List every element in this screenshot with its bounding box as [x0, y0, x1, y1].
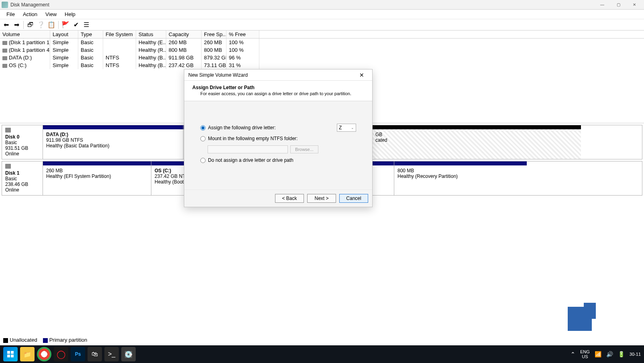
volume-row[interactable]: DATA (D:) Simple Basic NTFS Healthy (B..… — [0, 54, 644, 61]
legend-primary-swatch — [43, 338, 48, 343]
svg-rect-1 — [11, 351, 14, 354]
opt-no-assign-radio[interactable] — [200, 158, 206, 163]
battery-icon[interactable]: 🔋 — [618, 351, 625, 357]
menu-file[interactable]: File — [2, 10, 19, 18]
app-title: Disk Management — [10, 2, 594, 8]
photoshop-icon[interactable]: Ps — [71, 347, 85, 361]
legend-primary-label: Primary partition — [49, 337, 88, 343]
flag-icon[interactable]: 🚩 — [61, 20, 70, 29]
explorer-icon[interactable]: 📁 — [20, 347, 35, 361]
watermark — [568, 307, 640, 343]
legend-unallocated-label: Unallocated — [10, 337, 37, 343]
col-type[interactable]: Type — [78, 31, 103, 38]
drive-letter-combo[interactable]: Z ⌄ — [337, 124, 356, 132]
col-filesystem[interactable]: File System — [103, 31, 136, 38]
language-indicator[interactable]: ENG US — [580, 349, 590, 359]
svg-rect-3 — [11, 355, 14, 357]
wizard-title: New Simple Volume Wizard — [188, 72, 355, 78]
wizard-dialog: New Simple Volume Wizard ✕ Assign Drive … — [184, 69, 373, 207]
col-status[interactable]: Status — [136, 31, 166, 38]
volume-row[interactable]: (Disk 1 partition 4) Simple Basic Health… — [0, 46, 644, 54]
wizard-body: Assign the following drive letter: Z ⌄ M… — [184, 101, 372, 190]
opera-icon[interactable]: ◯ — [54, 347, 68, 361]
settings-icon[interactable]: 📋 — [47, 20, 56, 29]
start-button[interactable] — [3, 347, 18, 361]
chevron-down-icon: ⌄ — [351, 126, 354, 130]
wizard-titlebar[interactable]: New Simple Volume Wizard ✕ — [184, 69, 372, 81]
partition[interactable]: 260 MB Healthy (EFI System Partition) — [43, 161, 151, 195]
opt-assign-letter-label: Assign the following drive letter: — [208, 125, 276, 131]
menu-view[interactable]: View — [41, 10, 61, 18]
chrome-icon[interactable] — [37, 347, 51, 361]
store-icon[interactable]: 🛍 — [88, 347, 102, 361]
minimize-button[interactable]: — — [594, 0, 610, 9]
col-layout[interactable]: Layout — [50, 31, 78, 38]
opt-mount-folder-radio[interactable] — [200, 136, 206, 141]
back-icon[interactable]: ⬅ — [2, 20, 10, 29]
opt-mount-folder-label: Mount in the following empty NTFS folder… — [208, 136, 298, 141]
volume-icon[interactable]: 🔊 — [606, 351, 613, 357]
back-button[interactable]: < Back — [275, 194, 304, 203]
close-button[interactable]: ✕ — [626, 0, 642, 9]
disk-icon — [5, 128, 11, 133]
volume-list-header: Volume Layout Type File System Status Ca… — [0, 31, 644, 39]
browse-button: Browse... — [290, 145, 318, 153]
drive-letter-value: Z — [339, 125, 342, 131]
col-freespace[interactable]: Free Sp... — [202, 31, 226, 38]
wizard-banner-subtitle: For easier access, you can assign a driv… — [200, 91, 364, 96]
col-pctfree[interactable]: % Free — [226, 31, 259, 38]
maximize-button[interactable]: ▢ — [610, 0, 626, 9]
legend-unallocated-swatch — [3, 338, 8, 343]
system-tray: ⌃ ENG US 📶 🔊 🔋 30-11 — [571, 349, 641, 359]
forward-icon[interactable]: ➡ — [12, 20, 21, 29]
taskbar: 📁 ◯ Ps 🛍 >_ 💽 ⌃ ENG US 📶 🔊 🔋 30-11 — [0, 345, 644, 363]
tray-chevron-icon[interactable]: ⌃ — [571, 351, 575, 357]
refresh-icon[interactable]: 🗗 — [26, 20, 35, 29]
action-icon[interactable]: ✔ — [71, 20, 80, 29]
toolbar: ⬅ ➡ 🗗 ❔ 📋 🚩 ✔ ☰ — [0, 19, 644, 31]
menubar: File Action View Help — [0, 10, 644, 19]
diskmgmt-icon[interactable]: 💽 — [121, 347, 136, 361]
disk-icon — [5, 164, 11, 169]
legend: Unallocated Primary partition — [3, 337, 87, 343]
partition[interactable]: 800 MB Healthy (Recovery Partition) — [394, 161, 527, 195]
cancel-button[interactable]: Cancel — [339, 194, 368, 203]
mount-path-input — [208, 145, 288, 153]
wifi-icon[interactable]: 📶 — [595, 351, 601, 357]
wizard-banner-title: Assign Drive Letter or Path — [192, 85, 364, 90]
help-icon[interactable]: ❔ — [37, 20, 45, 29]
volume-row[interactable]: (Disk 1 partition 1) Simple Basic Health… — [0, 39, 644, 46]
wizard-close-icon[interactable]: ✕ — [355, 72, 368, 78]
next-button[interactable]: Next > — [307, 194, 336, 203]
terminal-icon[interactable]: >_ — [104, 347, 119, 361]
opt-assign-letter-radio[interactable] — [200, 125, 206, 131]
svg-rect-0 — [7, 351, 10, 354]
partition[interactable]: GB cated — [372, 125, 581, 159]
menu-help[interactable]: Help — [61, 10, 79, 18]
disk-header: Disk 0 Basic 931.51 GB Online — [2, 125, 43, 159]
menu-action[interactable]: Action — [19, 10, 41, 18]
volume-row[interactable]: OS (C:) Simple Basic NTFS Healthy (B... … — [0, 61, 644, 69]
disk-header: Disk 1 Basic 238.46 GB Online — [2, 161, 43, 195]
opt-no-assign-label: Do not assign a drive letter or drive pa… — [208, 157, 293, 163]
app-icon — [2, 2, 8, 8]
wizard-banner: Assign Drive Letter or Path For easier a… — [184, 81, 372, 101]
wizard-footer: < Back Next > Cancel — [184, 190, 372, 207]
partition[interactable]: DATA (D:) 911.98 GB NTFS Healthy (Basic … — [43, 125, 183, 159]
col-volume[interactable]: Volume — [0, 31, 50, 38]
col-capacity[interactable]: Capacity — [166, 31, 202, 38]
list-icon[interactable]: ☰ — [82, 20, 91, 29]
titlebar: Disk Management — ▢ ✕ — [0, 0, 644, 10]
svg-rect-2 — [7, 355, 10, 357]
clock[interactable]: 30-11 — [630, 352, 641, 357]
